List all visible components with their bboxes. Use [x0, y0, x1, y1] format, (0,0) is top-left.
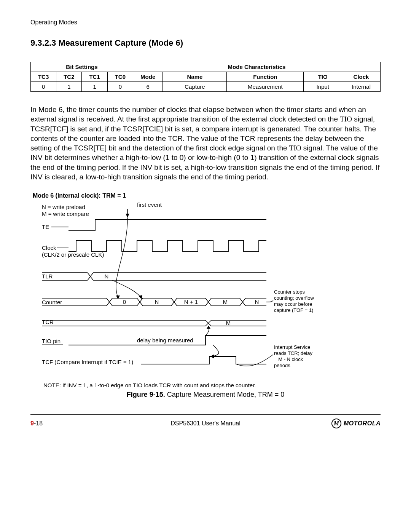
tio-signal-1: TIO: [340, 115, 352, 123]
para-part1: In Mode 6, the timer counts the number o…: [30, 105, 366, 123]
curve-counter-to-note: [266, 300, 273, 302]
counter-note-1: Counter stops: [274, 289, 305, 295]
mode-table: Bit Settings Mode Characteristics TC3 TC…: [30, 62, 381, 92]
tcr-label: TCR: [42, 319, 54, 325]
curve-tio-to-tcf: [212, 345, 219, 356]
delay-measured-label: delay being measured: [137, 337, 193, 343]
table-group-right: Mode Characteristics: [133, 62, 380, 72]
page: Operating Modes 9.3.2.3 Measurement Capt…: [0, 0, 411, 532]
timing-diagram-svg: N = write preload M = write compare firs…: [30, 202, 381, 377]
tio-signal-2: TIO: [289, 144, 301, 152]
th-clock: Clock: [342, 72, 381, 82]
counter-label: Counter: [42, 299, 62, 305]
td-tc0: 0: [107, 82, 133, 92]
counter-note-4: capture (TOF = 1): [274, 307, 313, 313]
motorola-logo-icon: M: [331, 419, 341, 428]
motorola-wordmark: MOTOROLA: [344, 420, 381, 427]
curve-event-arrowhead: [116, 296, 120, 299]
curve-tlr-arrowhead: [139, 295, 142, 299]
chapter-number: 9: [30, 420, 34, 427]
td-function: Measurement: [227, 82, 304, 92]
curve-event-to-counter: [116, 217, 127, 297]
te-label: TE: [42, 224, 49, 230]
page-footer: 9-18 DSP56301 User's Manual M MOTOROLA: [30, 419, 381, 428]
table-header-row: TC3 TC2 TC1 TC0 Mode Name Function TIO C…: [31, 72, 381, 82]
footer-rule: [30, 414, 381, 415]
counter-val-1: N: [155, 299, 159, 305]
page-suffix: -18: [34, 420, 43, 427]
td-tc3: 0: [31, 82, 56, 92]
isr-note-3: = M - N clock: [274, 356, 303, 362]
tlr-value: N: [105, 273, 109, 280]
tlr-bus: [42, 273, 266, 280]
te-waveform: [68, 219, 266, 231]
th-mode: Mode: [133, 72, 162, 82]
curve-tcr-arrowhead: [210, 355, 214, 358]
clock-waveform: [68, 240, 266, 252]
td-tc2: 1: [56, 82, 82, 92]
table-group-row: Bit Settings Mode Characteristics: [31, 62, 381, 72]
tcf-waveform: [141, 356, 266, 364]
diagram-title: Mode 6 (internal clock): TRM = 1: [33, 192, 381, 199]
first-event-arrowhead: [126, 214, 129, 217]
figure-caption-text: Capture Measurement Mode, TRM = 0: [165, 391, 284, 398]
tlr-label: TLR: [42, 273, 53, 280]
th-tc3: TC3: [31, 72, 56, 82]
tcr-value: M: [226, 320, 231, 326]
th-tc0: TC0: [107, 72, 133, 82]
counter-note-2: counting; overflow: [274, 295, 314, 301]
counter-val-4: N: [255, 299, 259, 305]
counter-bus: [42, 298, 266, 306]
tcf-label: TCF (Compare Interrupt if TCIE = 1): [42, 359, 133, 365]
td-mode: 6: [133, 82, 162, 92]
isr-note-2: reads TCR; delay: [274, 350, 312, 356]
td-tc1: 1: [82, 82, 107, 92]
figure-label: Figure 9-15.: [127, 391, 165, 398]
td-clock: Internal: [342, 82, 381, 92]
counter-val-2: N + 1: [184, 299, 198, 305]
th-tc2: TC2: [56, 72, 82, 82]
th-function: Function: [227, 72, 304, 82]
curve-tio-arrowhead: [207, 326, 210, 329]
legend-n: N = write preload: [42, 204, 85, 210]
table-row: 0 1 1 0 6 Capture Measurement Input Inte…: [31, 82, 381, 92]
running-head: Operating Modes: [30, 19, 381, 26]
counter-val-3: M: [223, 299, 228, 305]
diagram-note: NOTE: If INV = 1, a 1-to-0 edge on TIO l…: [43, 382, 381, 388]
clock-label: Clock: [42, 244, 56, 251]
legend-m: M = write compare: [42, 211, 89, 217]
motorola-logo: M MOTOROLA: [331, 419, 381, 428]
table-group-left: Bit Settings: [31, 62, 133, 72]
counter-val-0: 0: [123, 299, 126, 305]
section-heading: 9.3.2.3 Measurement Capture (Mode 6): [30, 38, 381, 48]
page-number: 9-18: [30, 420, 43, 427]
th-name: Name: [163, 72, 227, 82]
clock-sub-label: (CLK/2 or prescale CLK): [42, 251, 104, 258]
td-tio: Input: [304, 82, 342, 92]
first-event-label: first event: [137, 202, 162, 208]
th-tio: TIO: [304, 72, 342, 82]
timing-diagram: N = write preload M = write compare firs…: [30, 202, 381, 377]
isr-note-1: Interrupt Service: [274, 344, 310, 350]
th-tc1: TC1: [82, 72, 107, 82]
counter-note-3: may occur before: [274, 301, 312, 307]
tio-label: TIO pin: [42, 338, 61, 344]
isr-note-4: periods: [274, 363, 290, 368]
figure-caption: Figure 9-15. Capture Measurement Mode, T…: [30, 391, 381, 399]
td-name: Capture: [163, 82, 227, 92]
body-paragraph: In Mode 6, the timer counts the number o…: [30, 105, 381, 182]
curve-tlr-to-counter: [112, 280, 141, 297]
